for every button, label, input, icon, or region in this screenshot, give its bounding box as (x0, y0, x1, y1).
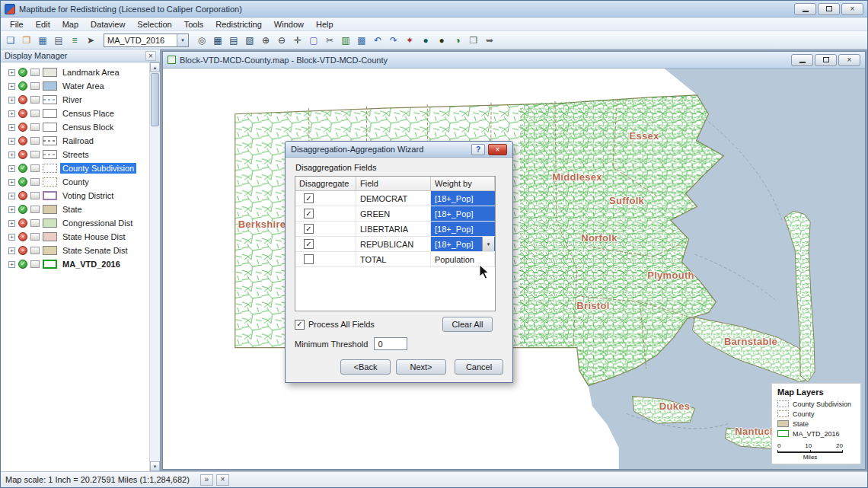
layer-label[interactable]: County Subdivision (60, 163, 136, 174)
weight-dropdown-icon[interactable]: ▼ (482, 237, 494, 251)
field-row-libertaria[interactable]: ✓LIBERTARIA[18+_Pop] (295, 222, 495, 237)
undo-icon[interactable]: ↶ (370, 33, 385, 48)
labels-icon[interactable] (30, 178, 40, 186)
maximize-button[interactable] (818, 3, 840, 15)
find-icon[interactable]: ◎ (194, 33, 209, 48)
select-region-icon[interactable]: ▢ (306, 33, 321, 48)
save-icon[interactable]: ▦ (35, 33, 50, 48)
labels-icon[interactable] (30, 123, 40, 131)
map-view-icon[interactable]: ▦ (210, 33, 225, 48)
expand-icon[interactable]: + (8, 234, 15, 241)
clip-icon[interactable]: ✂ (322, 33, 337, 48)
layer-visible-icon[interactable]: ✓ (18, 81, 27, 91)
layer-label[interactable]: County (60, 177, 91, 187)
labels-icon[interactable] (30, 192, 40, 199)
layout-icon[interactable]: ▧ (242, 33, 257, 48)
layer-hidden-icon[interactable]: × (18, 95, 27, 104)
layer-item-congressional-dist[interactable]: +×Congressional Dist (1, 216, 149, 230)
menu-selection[interactable]: Selection (131, 18, 177, 30)
labels-icon[interactable] (30, 82, 40, 90)
menu-help[interactable]: Help (310, 18, 340, 30)
menu-edit[interactable]: Edit (30, 18, 56, 30)
layer-hidden-icon[interactable]: × (18, 218, 27, 228)
disaggregate-checkbox[interactable]: ✓ (304, 239, 314, 249)
layer-item-voting-district[interactable]: +×Voting District (1, 189, 149, 203)
menu-window[interactable]: Window (268, 18, 310, 30)
disaggregate-checkbox[interactable] (304, 254, 314, 264)
menu-map[interactable]: Map (56, 18, 85, 30)
layer-item-landmark-area[interactable]: +✓Landmark Area (1, 65, 149, 79)
dart-icon[interactable]: ✦ (402, 33, 417, 48)
zoom-out-icon[interactable]: ⊖ (274, 33, 289, 48)
map-close-button[interactable]: × (838, 54, 860, 66)
layers-icon[interactable]: ≡ (67, 33, 82, 48)
expand-icon[interactable]: + (8, 110, 15, 117)
minimum-threshold-input[interactable]: 0 (374, 337, 407, 350)
layer-item-ma-vtd-2016[interactable]: +✓MA_VTD_2016 (1, 257, 149, 271)
expand-icon[interactable]: + (8, 247, 15, 254)
next-button[interactable]: Next> (396, 359, 446, 375)
map-legend[interactable]: Map Layers County SubdivisionCountyState… (771, 383, 861, 464)
grid-icon[interactable]: ▩ (354, 33, 369, 48)
scroll-up-icon[interactable]: ▲ (150, 62, 160, 72)
layer-visible-icon[interactable]: ✓ (18, 177, 27, 187)
layer-label[interactable]: Streets (60, 149, 91, 160)
field-row-total[interactable]: TOTALPopulation (295, 252, 495, 267)
expand-icon[interactable]: + (8, 97, 15, 104)
labels-icon[interactable] (30, 233, 40, 241)
weight-by-cell[interactable]: [18+_Pop]▼ (431, 237, 495, 251)
new-workspace-icon[interactable]: ❏ (3, 33, 18, 48)
col-header-field[interactable]: Field (356, 177, 431, 190)
expand-icon[interactable]: + (8, 152, 15, 158)
layer-item-state[interactable]: +✓State (1, 203, 149, 216)
close-button[interactable]: × (841, 3, 863, 15)
layer-label[interactable]: State Senate Dist (60, 245, 130, 256)
layer-label[interactable]: Landmark Area (60, 67, 122, 78)
layer-item-state-house-dist[interactable]: +×State House Dist (1, 230, 149, 244)
map-minimize-button[interactable] (791, 54, 813, 66)
disaggregate-checkbox[interactable]: ✓ (304, 224, 314, 234)
tree-scrollbar[interactable]: ▲ ▼ (149, 62, 160, 471)
dataview-icon[interactable]: ▤ (226, 33, 241, 48)
open-workspace-icon[interactable]: ❐ (19, 33, 34, 48)
clear-all-button[interactable]: Clear All (442, 317, 493, 332)
dialog-title-bar[interactable]: Disaggregation-Aggregation Wizard ? × (286, 142, 512, 158)
weight-by-cell[interactable]: [18+_Pop] (431, 206, 495, 221)
expand-icon[interactable]: + (8, 83, 15, 90)
layer-label[interactable]: Census Block (60, 122, 116, 132)
minimize-button[interactable] (794, 3, 816, 15)
scroll-thumb[interactable] (151, 73, 159, 126)
panel-close-icon[interactable]: × (145, 51, 156, 61)
expand-icon[interactable]: + (8, 220, 15, 227)
layer-label[interactable]: River (60, 94, 85, 105)
help-icon[interactable]: ? (471, 144, 485, 155)
overlay-icon[interactable]: ▥ (338, 33, 353, 48)
process-all-checkbox[interactable]: ✓ (295, 320, 305, 330)
layer-hidden-icon[interactable]: × (18, 246, 27, 255)
pan-icon[interactable]: ✛ (290, 33, 305, 48)
map-restore-button[interactable] (815, 54, 837, 66)
layer-label[interactable]: State House Dist (60, 231, 128, 242)
layer-item-water-area[interactable]: +✓Water Area (1, 79, 149, 93)
cancel-button[interactable]: Cancel (455, 359, 503, 375)
chevron-down-icon[interactable]: ▼ (177, 34, 188, 46)
field-row-republican[interactable]: ✓REPUBLICAN[18+_Pop]▼ (295, 237, 495, 252)
theme-icon[interactable]: ◑ (450, 33, 465, 48)
scroll-track[interactable] (150, 72, 160, 461)
print-icon[interactable]: ▤ (51, 33, 66, 48)
menu-redistricting[interactable]: Redistricting (209, 18, 268, 30)
layer-selector[interactable]: MA_VTD_2016 ▼ (104, 33, 189, 47)
menu-dataview[interactable]: Dataview (85, 18, 131, 30)
layer-hidden-icon[interactable]: × (18, 232, 27, 241)
expand-icon[interactable]: + (8, 69, 15, 76)
status-chevrons-icon[interactable]: » (200, 474, 213, 486)
disaggregate-checkbox[interactable]: ✓ (304, 193, 314, 203)
layer-hidden-icon[interactable]: × (18, 109, 27, 118)
expand-icon[interactable]: + (8, 206, 15, 213)
labels-icon[interactable] (30, 206, 40, 213)
copy-map-icon[interactable]: ❒ (466, 33, 481, 48)
field-name-cell[interactable]: LIBERTARIA (356, 222, 431, 236)
layer-item-county[interactable]: +✓County (1, 175, 149, 189)
col-header-weight-by[interactable]: Weight by (431, 177, 495, 190)
layer-item-railroad[interactable]: +×Railroad (1, 134, 149, 148)
